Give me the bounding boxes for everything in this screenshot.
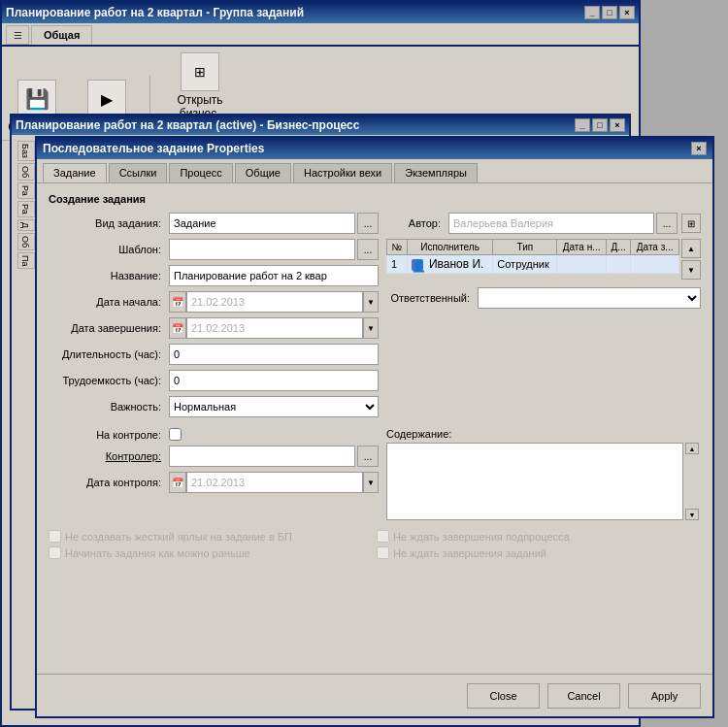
close-button[interactable]: Close <box>467 683 540 709</box>
avtor-group: ... <box>448 213 678 234</box>
col-d: Д... <box>606 240 631 255</box>
table-row[interactable]: 1 👤 Иванов И. Сотрудник <box>387 255 679 274</box>
kontroler-input[interactable] <box>169 446 355 467</box>
dialog-body: Создание задания Вид задания: ... Шаблон… <box>37 182 712 569</box>
dlitelnost-label: Длительность (час): <box>49 348 165 360</box>
na-kontrole-checkbox[interactable] <box>169 428 182 441</box>
vazhnost-select[interactable]: Нормальная <box>169 396 379 417</box>
tab-nastroyki[interactable]: Настройки вехи <box>293 163 392 182</box>
vid-zadaniya-label: Вид задания: <box>49 217 165 229</box>
kontroler-label: Контролер: <box>49 450 165 462</box>
data-kontrolya-dropdown[interactable]: ▼ <box>363 472 379 493</box>
dlitelnost-input[interactable] <box>169 344 379 365</box>
vazhnost-row: Важность: Нормальная <box>49 396 379 417</box>
checkbox-row-2: Начинать задания как можно раньше <box>49 546 373 559</box>
data-kontrolya-row: Дата контроля: 📅 ▼ <box>49 472 379 493</box>
kontroler-row: Контролер: ... <box>49 446 379 467</box>
checkbox-no-wait-tasks[interactable] <box>377 546 389 559</box>
nazvanie-input[interactable] <box>169 265 379 286</box>
sidebar-item-d[interactable]: Д <box>17 219 35 231</box>
data-kontrolya-input[interactable] <box>186 472 363 493</box>
ribbon-menu-btn[interactable]: ☰ <box>6 25 29 45</box>
data-zavershenia-label: Дата завершения: <box>49 322 165 334</box>
soderzhanie-scrollbar: ▲ ▼ <box>685 443 701 520</box>
vid-zadaniya-browse[interactable]: ... <box>357 213 379 234</box>
avtor-input[interactable] <box>448 213 654 234</box>
cell-d <box>606 255 631 274</box>
bottom-layout: На контроле: Контролер: ... Дата контрол… <box>49 428 701 520</box>
tab-ssylki[interactable]: Ссылки <box>109 163 168 182</box>
data-zavershenia-input[interactable] <box>186 317 363 339</box>
data-nachala-group: 📅 ▼ <box>169 291 379 313</box>
shablon-label: Шаблон: <box>49 244 165 255</box>
sidebar-item-ra1[interactable]: Ра <box>17 182 35 199</box>
avtor-label: Автор: <box>386 217 445 229</box>
tab-zadanie[interactable]: Задание <box>43 163 107 182</box>
avtor-row: Автор: ... ⊞ <box>386 213 701 234</box>
sub-minimize-btn[interactable]: _ <box>575 118 590 132</box>
save-icon: 💾 <box>17 80 56 118</box>
shablon-group: ... <box>169 239 379 260</box>
dialog-title-bar: Последовательное задание Properties × <box>37 138 712 159</box>
checkbox-no-wait-tasks-label: Не ждать завершения заданий <box>393 547 546 559</box>
checkbox-no-wait-subprocess[interactable] <box>377 530 389 543</box>
checkbox-start-early[interactable] <box>49 546 61 559</box>
sidebar-item-ob[interactable]: Об <box>17 163 35 181</box>
data-nachala-dropdown[interactable]: ▼ <box>363 291 379 313</box>
kontroler-browse[interactable]: ... <box>357 446 379 467</box>
cancel-button[interactable]: Cancel <box>547 683 620 709</box>
checkbox-row-4: Не ждать завершения заданий <box>377 546 701 559</box>
nazvanie-label: Название: <box>49 270 165 281</box>
col-num: № <box>387 240 408 255</box>
vid-zadaniya-input[interactable] <box>169 213 355 234</box>
data-nachala-row: Дата начала: 📅 ▼ <box>49 291 379 313</box>
table-nav-down[interactable]: ▼ <box>681 260 701 280</box>
sidebar-item-pa[interactable]: Па <box>17 252 35 269</box>
data-zavershenia-dropdown[interactable]: ▼ <box>363 317 379 339</box>
sub-close-btn[interactable]: × <box>610 118 625 132</box>
cell-num: 1 <box>387 255 408 274</box>
dialog-close-btn[interactable]: × <box>691 142 707 155</box>
na-kontrole-row: На контроле: <box>49 428 379 441</box>
shablon-input[interactable] <box>169 239 355 260</box>
col-data-z: Дата з... <box>631 240 679 255</box>
data-nachala-input[interactable] <box>186 291 363 313</box>
ribbon-tab-general[interactable]: Общая <box>31 25 92 45</box>
performers-table-container: № Исполнитель Тип Дата н... Д... Дата з.… <box>386 239 679 280</box>
scroll-down[interactable]: ▼ <box>685 509 699 520</box>
ribbon-tabs: ☰ Общая <box>2 23 639 45</box>
checkbox-no-hard-link[interactable] <box>49 530 61 543</box>
tab-ekzempliory[interactable]: Экземпляры <box>394 163 478 182</box>
maximize-btn[interactable]: □ <box>602 6 617 19</box>
soderzhanie-textarea[interactable] <box>386 443 683 520</box>
data-kontrolya-cal-icon[interactable]: 📅 <box>169 472 186 493</box>
trudoemkost-input[interactable] <box>169 370 379 391</box>
data-nachala-cal-icon[interactable]: 📅 <box>169 291 186 313</box>
sidebar-item-ob2[interactable]: Об <box>17 233 35 250</box>
tab-process[interactable]: Процесс <box>169 163 232 182</box>
col-data-n: Дата н... <box>557 240 607 255</box>
shablon-browse[interactable]: ... <box>357 239 379 260</box>
sidebar-item-baz[interactable]: Баз <box>17 141 35 161</box>
cell-person: 👤 Иванов И. <box>407 255 492 274</box>
otvetstvenny-select[interactable] <box>478 287 701 309</box>
avtor-browse[interactable]: ... <box>656 213 678 234</box>
avtor-extra-btn[interactable]: ⊞ <box>681 214 701 233</box>
apply-button[interactable]: Apply <box>628 683 701 709</box>
tab-obshie[interactable]: Общие <box>235 163 291 182</box>
left-bottom: На контроле: Контролер: ... Дата контрол… <box>49 428 379 520</box>
scroll-up[interactable]: ▲ <box>685 443 699 454</box>
checkbox-row-3: Не ждать завершения подпроцесса <box>377 530 701 543</box>
execute-icon: ▶ <box>87 80 126 118</box>
left-column: Вид задания: ... Шаблон: ... Н <box>49 213 379 422</box>
shablon-row: Шаблон: ... <box>49 239 379 260</box>
right-bottom: Содержание: ▲ ▼ <box>386 428 701 520</box>
table-nav-up[interactable]: ▲ <box>681 239 701 258</box>
na-kontrole-label: На контроле: <box>49 429 165 441</box>
sidebar-item-ra2[interactable]: Ра <box>17 201 35 217</box>
data-zavershenia-cal-icon[interactable]: 📅 <box>169 317 186 339</box>
close-btn[interactable]: × <box>619 6 635 19</box>
minimize-btn[interactable]: _ <box>584 6 600 19</box>
sub-maximize-btn[interactable]: □ <box>592 118 608 132</box>
vazhnost-label: Важность: <box>49 401 165 413</box>
